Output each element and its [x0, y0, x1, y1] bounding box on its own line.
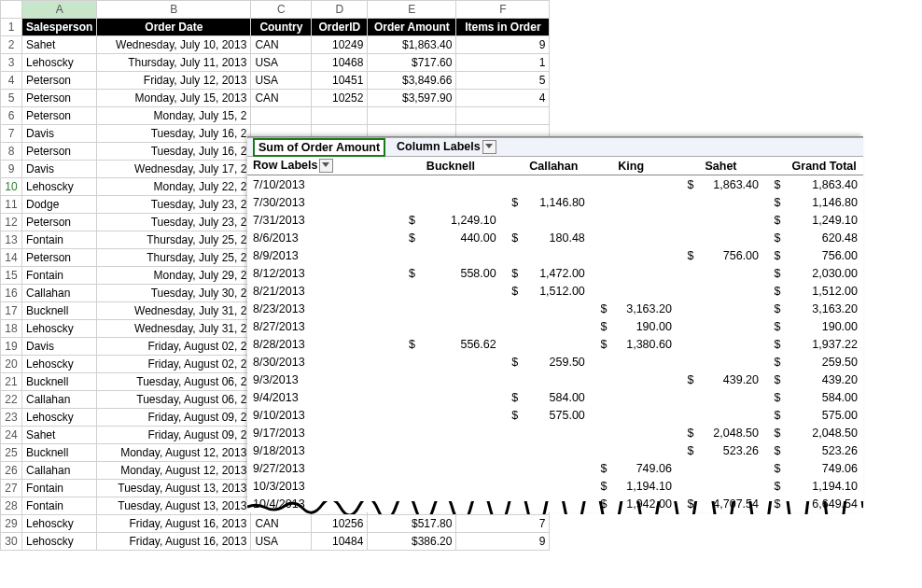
- cell[interactable]: Wednesday, July 17, 2: [97, 161, 251, 178]
- pivot-grand-total-value[interactable]: 620.48: [787, 229, 863, 246]
- cell[interactable]: $3,849.66: [368, 72, 456, 90]
- pivot-grand-total-value[interactable]: 584.00: [787, 388, 863, 406]
- cell[interactable]: Thursday, July 11, 2013: [97, 54, 251, 72]
- row-header[interactable]: 25: [1, 444, 22, 462]
- cell[interactable]: Friday, August 09, 2: [97, 409, 251, 427]
- pivot-row-label[interactable]: 8/23/2013: [247, 300, 391, 317]
- cell[interactable]: CAN: [251, 515, 312, 533]
- pivot-grand-total-value[interactable]: 3,163.20: [787, 300, 863, 317]
- pivot-table-overlay[interactable]: Sum of Order Amount Column Labels Row La…: [247, 136, 863, 512]
- cell[interactable]: Lehoscky: [22, 320, 97, 338]
- cell[interactable]: Bucknell: [22, 302, 97, 320]
- pivot-row-label[interactable]: 8/12/2013: [247, 264, 391, 282]
- row-header[interactable]: 2: [1, 36, 22, 54]
- cell[interactable]: Friday, August 09, 2: [97, 427, 251, 444]
- header-salesperson[interactable]: Salesperson: [22, 19, 97, 36]
- row-header[interactable]: 8: [1, 143, 22, 161]
- row-header[interactable]: 16: [1, 285, 22, 302]
- pivot-value[interactable]: 749.06: [612, 459, 678, 477]
- cell[interactable]: Davis: [22, 338, 97, 356]
- pivot-grand-total-value[interactable]: 523.26: [787, 441, 863, 459]
- pivot-grand-total-value[interactable]: 2,048.50: [787, 424, 863, 441]
- cell[interactable]: $386.20: [368, 533, 456, 551]
- cell[interactable]: CAN: [251, 36, 312, 54]
- pivot-grand-total-value[interactable]: 259.50: [787, 353, 863, 371]
- cell[interactable]: Bucknell: [22, 444, 97, 462]
- row-filter-icon[interactable]: [319, 159, 333, 173]
- row-header[interactable]: 19: [1, 338, 22, 356]
- pivot-row-label[interactable]: 7/31/2013: [247, 211, 391, 229]
- cell[interactable]: USA: [251, 54, 312, 72]
- row-header[interactable]: 5: [1, 90, 22, 107]
- row-header[interactable]: 7: [1, 125, 22, 143]
- cell[interactable]: Tuesday, July 16, 2: [97, 125, 251, 143]
- cell[interactable]: 1: [456, 54, 550, 72]
- cell[interactable]: Sahet: [22, 36, 97, 54]
- cell[interactable]: Thursday, July 25, 2: [97, 249, 251, 267]
- cell[interactable]: Monday, July 22, 2: [97, 178, 251, 196]
- cell[interactable]: [368, 107, 456, 125]
- pivot-value[interactable]: 756.00: [699, 246, 764, 264]
- cell[interactable]: Tuesday, July 16, 2: [97, 143, 251, 161]
- cell[interactable]: Fontain: [22, 231, 97, 249]
- cell[interactable]: Bucknell: [22, 373, 97, 391]
- cell[interactable]: $3,597.90: [368, 90, 456, 107]
- pivot-col-callahan[interactable]: Callahan: [524, 157, 591, 175]
- cell[interactable]: Dodge: [22, 196, 97, 214]
- row-header[interactable]: 27: [1, 480, 22, 497]
- pivot-row-label[interactable]: 9/27/2013: [247, 459, 391, 477]
- cell[interactable]: Callahan: [22, 391, 97, 409]
- pivot-value[interactable]: 259.50: [524, 353, 591, 371]
- row-header[interactable]: 4: [1, 72, 22, 90]
- cell[interactable]: Friday, July 12, 2013: [97, 72, 251, 90]
- row-header[interactable]: 18: [1, 320, 22, 338]
- pivot-value[interactable]: 1,472.00: [524, 264, 591, 282]
- row-header[interactable]: 11: [1, 196, 22, 214]
- pivot-grand-total-value[interactable]: 439.20: [787, 371, 863, 388]
- cell[interactable]: Lehoscky: [22, 54, 97, 72]
- cell[interactable]: Lehoscky: [22, 409, 97, 427]
- pivot-grand-total-value[interactable]: 2,030.00: [787, 264, 863, 282]
- pivot-row-label[interactable]: 7/10/2013: [247, 175, 391, 194]
- cell[interactable]: Monday, July 15, 2: [97, 107, 251, 125]
- pivot-row-label[interactable]: 8/6/2013: [247, 229, 391, 246]
- cell[interactable]: [251, 107, 312, 125]
- pivot-grand-total-value[interactable]: 1,194.10: [787, 477, 863, 495]
- pivot-value[interactable]: 523.26: [699, 441, 764, 459]
- col-header-F[interactable]: F: [456, 1, 550, 19]
- cell[interactable]: 5: [456, 72, 550, 90]
- cell[interactable]: Callahan: [22, 285, 97, 302]
- row-header[interactable]: 28: [1, 497, 22, 515]
- cell[interactable]: 10256: [312, 515, 368, 533]
- cell[interactable]: 10484: [312, 533, 368, 551]
- pivot-grand-total-value[interactable]: 1,146.80: [787, 193, 863, 211]
- row-header[interactable]: 9: [1, 161, 22, 178]
- pivot-col-king[interactable]: King: [612, 157, 678, 175]
- cell[interactable]: 4: [456, 90, 550, 107]
- row-header[interactable]: 13: [1, 231, 22, 249]
- row-header[interactable]: 29: [1, 515, 22, 533]
- pivot-grand-total-value[interactable]: 749.06: [787, 459, 863, 477]
- col-header-E[interactable]: E: [368, 1, 456, 19]
- pivot-value[interactable]: 180.48: [524, 229, 591, 246]
- cell[interactable]: Monday, August 12, 2013: [97, 444, 251, 462]
- pivot-grand-total-value[interactable]: 575.00: [787, 406, 863, 424]
- cell[interactable]: Peterson: [22, 143, 97, 161]
- pivot-value[interactable]: 1,194.10: [612, 477, 678, 495]
- cell[interactable]: Monday, July 15, 2013: [97, 90, 251, 107]
- cell[interactable]: Friday, August 16, 2013: [97, 515, 251, 533]
- cell[interactable]: Lehoscky: [22, 533, 97, 551]
- pivot-row-label[interactable]: 8/27/2013: [247, 317, 391, 335]
- cell[interactable]: CAN: [251, 90, 312, 107]
- col-header-A[interactable]: A: [22, 1, 97, 19]
- header-order-amount[interactable]: Order Amount: [368, 19, 456, 36]
- cell[interactable]: Thursday, July 25, 2: [97, 231, 251, 249]
- cell[interactable]: Peterson: [22, 249, 97, 267]
- pivot-value[interactable]: 1,146.80: [524, 193, 591, 211]
- pivot-value[interactable]: 1,380.60: [612, 335, 678, 353]
- pivot-value[interactable]: 558.00: [421, 264, 502, 282]
- pivot-row-label[interactable]: 10/3/2013: [247, 477, 391, 495]
- header-order-date[interactable]: Order Date: [97, 19, 251, 36]
- cell[interactable]: Davis: [22, 125, 97, 143]
- pivot-grand-total-value[interactable]: 1,937.22: [787, 335, 863, 353]
